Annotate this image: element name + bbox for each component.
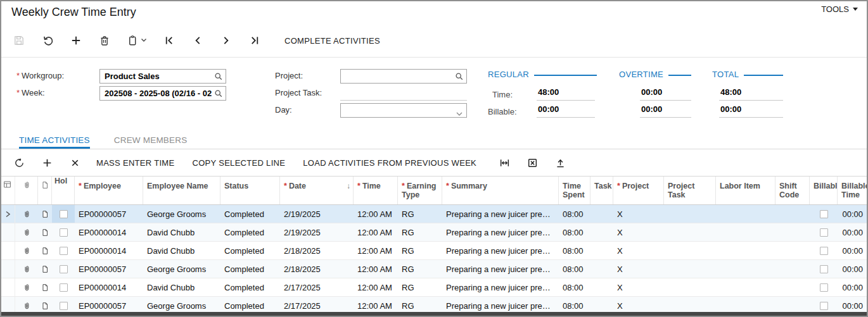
- note-icon[interactable]: [38, 205, 52, 223]
- previous-record-icon[interactable]: [191, 34, 204, 47]
- note-icon[interactable]: [38, 242, 52, 259]
- task-cell[interactable]: [590, 260, 613, 278]
- attachment-icon[interactable]: [15, 260, 38, 278]
- shift-code-cell[interactable]: [775, 260, 810, 278]
- shift-code-cell[interactable]: [775, 223, 810, 241]
- mass-enter-time-button[interactable]: MASS ENTER TIME: [96, 158, 174, 168]
- earning-type-cell[interactable]: RG: [398, 278, 442, 296]
- notes-column-header[interactable]: [38, 177, 52, 204]
- table-row[interactable]: EP00000014 David Chubb Completed 2/18/20…: [1, 242, 867, 260]
- shift-code-cell[interactable]: [775, 297, 810, 312]
- status-cell[interactable]: Completed: [220, 242, 280, 259]
- holiday-checkbox[interactable]: [52, 297, 75, 312]
- billable-time-cell[interactable]: 00:00: [838, 278, 867, 296]
- workgroup-field[interactable]: Product Sales: [99, 69, 226, 84]
- earning-type-column-header[interactable]: *Earning Type: [398, 177, 442, 204]
- date-cell[interactable]: 2/18/2025: [280, 260, 354, 278]
- employee-name-column-header[interactable]: Employee Name: [143, 177, 220, 204]
- table-row[interactable]: EP00000057 George Grooms Completed 2/18/…: [1, 260, 867, 278]
- lookup-icon[interactable]: [454, 71, 464, 82]
- shift-code-cell[interactable]: [775, 205, 810, 223]
- time-cell[interactable]: 12:00 AM: [354, 242, 398, 259]
- earning-type-cell[interactable]: RG: [398, 223, 442, 241]
- shift-code-cell[interactable]: [775, 278, 810, 296]
- attachment-icon[interactable]: [15, 297, 38, 312]
- next-record-icon[interactable]: [220, 34, 233, 47]
- time-cell[interactable]: 12:00 AM: [354, 260, 398, 278]
- attachment-icon[interactable]: [15, 223, 38, 241]
- shift-code-cell[interactable]: [775, 242, 810, 259]
- earning-type-cell[interactable]: RG: [398, 205, 442, 223]
- add-row-icon[interactable]: [41, 156, 53, 169]
- employee-name-cell[interactable]: George Grooms: [143, 260, 220, 278]
- employee-cell[interactable]: EP00000014: [75, 223, 143, 241]
- labor-item-cell[interactable]: [716, 278, 775, 296]
- project-task-cell[interactable]: [664, 260, 716, 278]
- holiday-checkbox[interactable]: [52, 205, 75, 223]
- labor-item-cell[interactable]: [716, 297, 775, 312]
- time-cell[interactable]: 12:00 AM: [354, 278, 398, 296]
- attachments-column-header[interactable]: [15, 177, 38, 204]
- table-row[interactable]: EP00000014 David Chubb Completed 2/19/20…: [1, 223, 867, 242]
- task-cell[interactable]: [590, 205, 613, 223]
- date-cell[interactable]: 2/18/2025: [280, 242, 354, 259]
- holiday-checkbox[interactable]: [52, 260, 75, 278]
- employee-name-cell[interactable]: David Chubb: [143, 242, 220, 259]
- summary-cell[interactable]: Preparing a new juicer pre…: [442, 260, 559, 278]
- project-task-column-header[interactable]: Project Task: [664, 177, 716, 204]
- task-column-header[interactable]: Task: [590, 177, 613, 204]
- grid-settings-icon[interactable]: [1, 177, 15, 204]
- billable-time-cell[interactable]: 00:00: [838, 242, 867, 259]
- note-icon[interactable]: [38, 278, 52, 296]
- project-task-cell[interactable]: [664, 278, 716, 296]
- undo-icon[interactable]: [41, 34, 54, 47]
- status-cell[interactable]: Completed: [220, 260, 280, 278]
- billable-checkbox[interactable]: [810, 278, 838, 296]
- time-cell[interactable]: 12:00 AM: [354, 297, 398, 312]
- complete-activities-button[interactable]: COMPLETE ACTIVITIES: [284, 36, 380, 46]
- project-cell[interactable]: X: [613, 260, 664, 278]
- attachment-icon[interactable]: [15, 205, 38, 223]
- table-row[interactable]: EP00000057 George Grooms Completed 2/17/…: [1, 297, 867, 312]
- time-spent-cell[interactable]: 08:00: [559, 205, 590, 223]
- task-cell[interactable]: [590, 297, 613, 312]
- upload-icon[interactable]: [554, 156, 566, 169]
- status-cell[interactable]: Completed: [220, 278, 280, 296]
- billable-time-cell[interactable]: 00:00: [838, 260, 867, 278]
- table-row[interactable]: EP00000014 David Chubb Completed 2/17/20…: [1, 278, 867, 297]
- refresh-icon[interactable]: [13, 156, 25, 169]
- load-activities-previous-week-button[interactable]: LOAD ACTIVITIES FROM PREVIOUS WEEK: [303, 158, 476, 168]
- date-cell[interactable]: 2/17/2025: [280, 278, 354, 296]
- project-cell[interactable]: X: [613, 297, 664, 312]
- billable-checkbox[interactable]: [810, 260, 838, 278]
- billable-column-header[interactable]: Billable: [810, 177, 838, 204]
- employee-cell[interactable]: EP00000057: [75, 260, 143, 278]
- holiday-checkbox[interactable]: [52, 278, 75, 296]
- labor-item-cell[interactable]: [716, 205, 775, 223]
- summary-cell[interactable]: Preparing a new juicer pre…: [442, 223, 559, 241]
- status-cell[interactable]: Completed: [220, 205, 280, 223]
- date-column-header[interactable]: *Date↓: [280, 177, 354, 204]
- employee-column-header[interactable]: *Employee: [75, 177, 143, 204]
- copy-paste-icon[interactable]: [127, 35, 147, 46]
- first-record-icon[interactable]: [163, 34, 176, 47]
- task-cell[interactable]: [590, 278, 613, 296]
- save-icon[interactable]: [13, 34, 25, 47]
- time-spent-cell[interactable]: 08:00: [559, 260, 590, 278]
- project-cell[interactable]: X: [613, 242, 664, 259]
- employee-name-cell[interactable]: George Grooms: [143, 297, 220, 312]
- time-spent-cell[interactable]: 08:00: [559, 242, 590, 259]
- employee-cell[interactable]: EP00000057: [75, 205, 143, 223]
- horizontal-scrollbar[interactable]: [1, 312, 867, 316]
- holiday-checkbox[interactable]: [52, 223, 75, 241]
- holiday-checkbox[interactable]: [52, 242, 75, 259]
- summary-cell[interactable]: Preparing a new juicer pre…: [442, 205, 559, 223]
- tab-time-activities[interactable]: TIME ACTIVITIES: [19, 130, 90, 149]
- employee-name-cell[interactable]: David Chubb: [143, 278, 220, 296]
- project-task-cell[interactable]: [664, 297, 716, 312]
- delete-record-icon[interactable]: [98, 34, 111, 47]
- attachment-icon[interactable]: [15, 242, 38, 259]
- employee-cell[interactable]: EP00000057: [75, 297, 143, 312]
- week-field[interactable]: 202508 - 2025-08 (02/16 - 02: [99, 86, 226, 101]
- billable-time-cell[interactable]: 00:00: [838, 223, 867, 241]
